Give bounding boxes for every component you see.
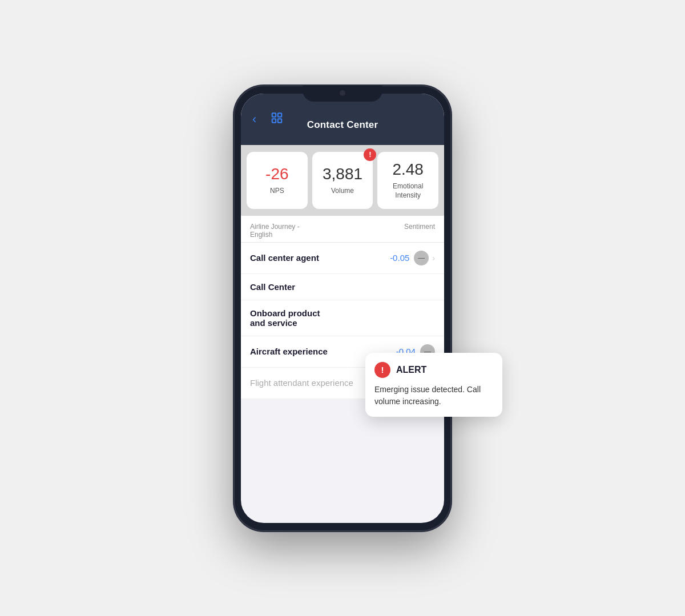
list-header-sentiment: Sentiment	[404, 223, 435, 239]
ei-label: EmotionalIntensity	[393, 182, 423, 200]
phone-frame: ‹ Contact Center -26 NPS	[234, 86, 451, 531]
row-label: Onboard productand service	[250, 308, 435, 328]
svg-rect-1	[278, 113, 281, 116]
list-header: Airline Journey -English Sentiment	[241, 216, 444, 243]
nps-card[interactable]: -26 NPS	[247, 152, 308, 209]
svg-rect-3	[278, 119, 281, 122]
alert-popup: ! ALERT Emerging issue detected. Call vo…	[365, 353, 502, 417]
alert-icon: !	[374, 362, 390, 378]
volume-value: 3,881	[323, 166, 362, 182]
nps-label: NPS	[270, 187, 284, 196]
back-button[interactable]: ‹	[252, 112, 256, 127]
alert-body: Emerging issue detected. Call volume inc…	[374, 384, 493, 408]
nps-value: -26	[265, 166, 288, 182]
alert-title: ALERT	[396, 365, 426, 375]
phone-screen: ‹ Contact Center -26 NPS	[241, 94, 444, 523]
sentiment-circle: —	[414, 251, 429, 265]
scene: ‹ Contact Center -26 NPS	[0, 0, 685, 616]
page-title: Contact Center	[307, 119, 378, 131]
row-label: Call Center	[250, 282, 435, 292]
list-row[interactable]: Onboard productand service	[241, 300, 444, 336]
volume-card[interactable]: ! 3,881 Volume	[312, 152, 373, 209]
row-label: Call center agent	[250, 253, 390, 263]
svg-rect-2	[272, 119, 276, 122]
metrics-section: -26 NPS ! 3,881 Volume 2.48 EmotionalInt…	[241, 145, 444, 216]
svg-rect-0	[272, 113, 276, 116]
alert-popup-header: ! ALERT	[374, 362, 493, 378]
grid-button[interactable]	[271, 111, 283, 127]
list-header-topic: Airline Journey -English	[250, 223, 404, 239]
alert-badge: !	[364, 148, 376, 161]
chevron-right-icon: ›	[432, 253, 435, 263]
volume-label: Volume	[331, 187, 354, 196]
row-value: -0.05	[390, 253, 409, 263]
ei-value: 2.48	[392, 162, 424, 178]
list-row[interactable]: Call center agent -0.05 — ›	[241, 243, 444, 274]
emotional-intensity-card[interactable]: 2.48 EmotionalIntensity	[377, 152, 438, 209]
list-row[interactable]: Call Center	[241, 274, 444, 300]
phone-notch	[303, 86, 382, 102]
